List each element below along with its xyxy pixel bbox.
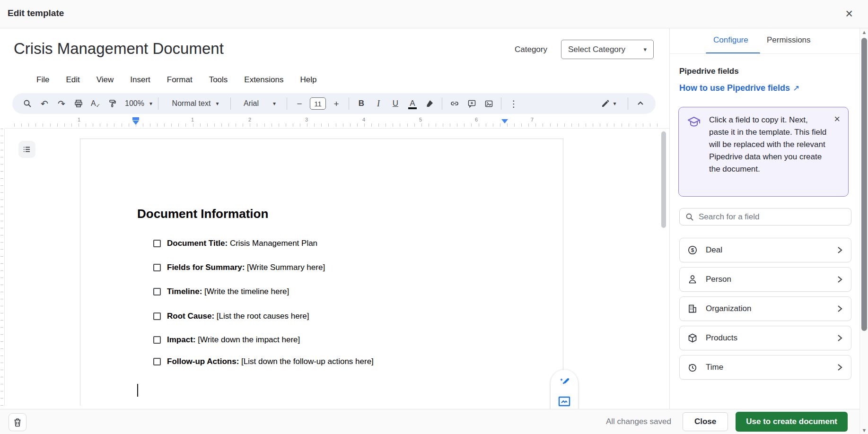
indent-marker-left[interactable] <box>132 121 139 125</box>
menu-item-edit[interactable]: Edit <box>64 74 81 86</box>
ruler-mark: 5 <box>419 117 422 122</box>
style-selector[interactable]: Normal text ▾ <box>164 96 225 111</box>
insert-link-button[interactable] <box>447 96 462 111</box>
paint-format-button[interactable] <box>105 96 120 111</box>
print-icon <box>74 99 83 108</box>
font-size-decrease[interactable]: − <box>292 96 307 111</box>
info-close-icon[interactable]: × <box>834 113 840 125</box>
add-comment-button[interactable] <box>465 96 479 111</box>
image-signature-icon <box>558 396 570 407</box>
chevron-down-icon: ▾ <box>149 100 152 107</box>
document-outline-button[interactable] <box>18 141 35 158</box>
indent-marker-first-line[interactable] <box>132 117 139 120</box>
editing-mode-button[interactable]: ▾ <box>595 96 623 111</box>
tab-configure[interactable]: Configure <box>713 35 748 45</box>
menu-item-tools[interactable]: Tools <box>207 74 230 86</box>
zoom-control[interactable]: 100% ▾ <box>123 96 153 111</box>
field-label: Organization <box>706 304 751 313</box>
checklist-item: Fields for Summary: [Write Summary here] <box>153 261 325 274</box>
sidebar: Configure Permissions Pipedrive fields H… <box>669 28 859 409</box>
field-item-organization[interactable]: Organization <box>679 296 851 321</box>
field-label: Person <box>706 275 731 284</box>
comment-add-icon <box>467 99 476 108</box>
field-item-deal[interactable]: $ Deal <box>679 238 851 262</box>
checkbox[interactable] <box>153 336 161 344</box>
products-icon <box>687 333 698 343</box>
footer-bar: All changes saved Close Use to create do… <box>0 409 859 434</box>
font-selector[interactable]: Arial ▾ <box>236 96 281 111</box>
menu-item-insert[interactable]: Insert <box>128 74 152 86</box>
italic-button[interactable]: I <box>371 96 386 111</box>
field-search-input[interactable] <box>699 212 845 222</box>
graduation-cap-icon <box>687 116 701 130</box>
font-value: Arial <box>242 99 261 108</box>
scroll-up-icon[interactable]: ▲ <box>860 29 868 35</box>
scroll-down-icon[interactable]: ▼ <box>860 427 868 433</box>
close-button[interactable]: Close <box>683 412 728 431</box>
item-value: [Write the timeline here] <box>204 287 289 296</box>
close-icon[interactable]: × <box>845 6 853 22</box>
item-label: Impact: <box>167 335 195 344</box>
checkbox[interactable] <box>153 358 161 365</box>
help-me-write-button[interactable] <box>558 376 571 391</box>
pen-icon <box>601 99 610 108</box>
undo-icon[interactable]: ↶ <box>37 96 52 111</box>
font-size-increase[interactable]: + <box>329 96 343 111</box>
highlight-button[interactable] <box>422 96 437 111</box>
window-scrollbar-thumb[interactable] <box>861 38 867 331</box>
underline-button[interactable]: U <box>388 96 403 111</box>
ruler-mark: 1 <box>78 117 80 122</box>
menu-item-format[interactable]: Format <box>165 74 194 86</box>
chevron-down-icon: ▾ <box>613 100 616 107</box>
field-label: Time <box>706 363 723 372</box>
tab-divider <box>670 53 860 54</box>
item-label: Fields for Summary: <box>167 263 245 272</box>
checklist-item: Timeline: [Write the timeline here] <box>153 286 289 298</box>
collapse-toolbar-button[interactable] <box>633 96 648 111</box>
field-item-person[interactable]: Person <box>679 267 851 292</box>
editor-scrollbar-thumb[interactable] <box>661 131 666 228</box>
chevron-right-icon <box>836 363 843 372</box>
bold-button[interactable]: B <box>354 96 368 111</box>
menu-item-help[interactable]: Help <box>298 74 318 86</box>
chevron-down-icon: ▾ <box>643 46 647 53</box>
redo-icon[interactable]: ↷ <box>54 96 69 111</box>
ruler-mark: 1 <box>191 117 194 122</box>
spellcheck-button[interactable]: A✓ <box>88 96 103 111</box>
checkbox[interactable] <box>153 288 161 295</box>
chevron-down-icon: ▾ <box>273 100 276 107</box>
menu-item-view[interactable]: View <box>95 74 116 86</box>
text-color-button[interactable]: A <box>405 96 420 111</box>
more-options-icon[interactable]: ⋮ <box>507 96 521 111</box>
checkbox[interactable] <box>153 264 161 271</box>
help-link[interactable]: How to use Pipedrive fields↗ <box>679 83 799 93</box>
checklist-item: Root Cause: [List the root causes here] <box>153 310 309 322</box>
trash-icon <box>14 418 21 427</box>
horizontal-ruler: 1 1 2 3 4 5 6 7 <box>5 116 669 128</box>
indent-marker-right[interactable] <box>501 119 508 123</box>
field-search[interactable] <box>679 208 851 226</box>
document-name[interactable]: Crisis Management Document <box>14 40 224 58</box>
vertical-ruler <box>0 129 5 406</box>
info-text: Click a field to copy it. Next, paste it… <box>709 114 828 175</box>
field-item-products[interactable]: Products <box>679 326 851 350</box>
menu-item-extensions[interactable]: Extensions <box>242 74 285 86</box>
menu-item-file[interactable]: File <box>35 74 51 86</box>
category-select[interactable]: Select Category ▾ <box>561 40 654 59</box>
checkbox[interactable] <box>153 240 161 247</box>
field-item-time[interactable]: Time <box>679 355 851 380</box>
chevron-right-icon <box>836 275 843 284</box>
checkbox[interactable] <box>153 312 161 320</box>
link-icon <box>450 99 459 108</box>
chevron-up-icon <box>637 100 644 107</box>
search-button[interactable] <box>20 96 35 111</box>
checklist-item: Document Title: Crisis Management Plan <box>153 237 317 250</box>
delete-template-button[interactable] <box>9 413 26 431</box>
font-size-value[interactable]: 11 <box>310 97 326 110</box>
insert-image-button[interactable] <box>482 96 496 111</box>
print-button[interactable] <box>71 96 86 111</box>
create-document-button[interactable]: Use to create document <box>736 412 848 432</box>
autosave-status: All changes saved <box>606 417 671 426</box>
insert-image-floating-button[interactable] <box>558 396 570 408</box>
tab-permissions[interactable]: Permissions <box>767 35 811 45</box>
